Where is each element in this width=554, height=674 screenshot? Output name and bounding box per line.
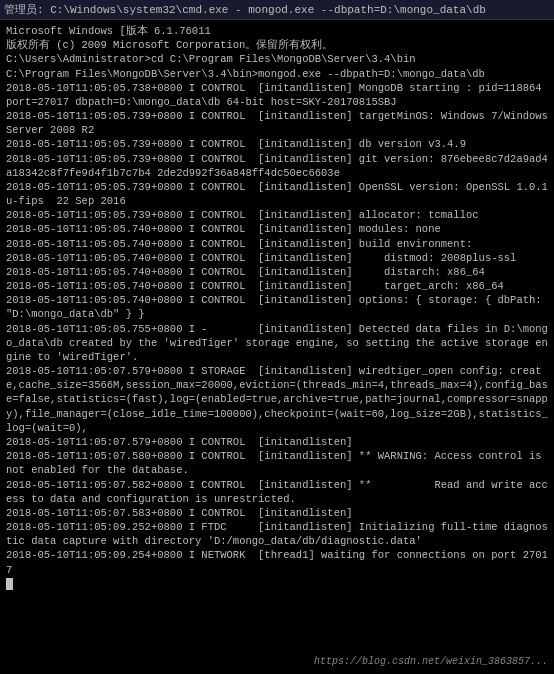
title-text: 管理员: C:\Windows\system32\cmd.exe - mongo… (4, 4, 486, 16)
terminal[interactable]: Microsoft Windows [版本 6.1.76011版权所有 (c) … (0, 20, 554, 674)
terminal-line: 2018-05-10T11:05:09.254+0800 I NETWORK [… (6, 548, 548, 576)
terminal-line: Microsoft Windows [版本 6.1.76011 (6, 24, 548, 38)
terminal-line: 2018-05-10T11:05:05.739+0800 I CONTROL [… (6, 208, 548, 222)
terminal-line: 2018-05-10T11:05:05.740+0800 I CONTROL [… (6, 251, 548, 265)
terminal-line: C:\Program Files\MongoDB\Server\3.4\bin>… (6, 67, 548, 81)
terminal-line: 2018-05-10T11:05:07.579+0800 I STORAGE [… (6, 364, 548, 435)
terminal-line: 2018-05-10T11:05:09.252+0800 I FTDC [ini… (6, 520, 548, 548)
terminal-line: 2018-05-10T11:05:05.740+0800 I CONTROL [… (6, 222, 548, 236)
terminal-line: 2018-05-10T11:05:05.739+0800 I CONTROL [… (6, 180, 548, 208)
terminal-line: 2018-05-10T11:05:07.583+0800 I CONTROL [… (6, 506, 548, 520)
title-bar: 管理员: C:\Windows\system32\cmd.exe - mongo… (0, 0, 554, 20)
terminal-line: 2018-05-10T11:05:05.739+0800 I CONTROL [… (6, 137, 548, 151)
terminal-line: 2018-05-10T11:05:05.740+0800 I CONTROL [… (6, 279, 548, 293)
terminal-line: 2018-05-10T11:05:07.582+0800 I CONTROL [… (6, 478, 548, 506)
terminal-line: 2018-05-10T11:05:05.739+0800 I CONTROL [… (6, 109, 548, 137)
terminal-line: 2018-05-10T11:05:05.739+0800 I CONTROL [… (6, 152, 548, 180)
cursor (6, 578, 13, 590)
terminal-cursor-line (6, 577, 548, 591)
terminal-line: 2018-05-10T11:05:05.740+0800 I CONTROL [… (6, 237, 548, 251)
terminal-line: 2018-05-10T11:05:07.579+0800 I CONTROL [… (6, 435, 548, 449)
watermark: https://blog.csdn.net/weixin_3863857... (314, 655, 548, 669)
terminal-line: C:\Users\Administrator>cd C:\Program Fil… (6, 52, 548, 66)
terminal-line: 版权所有 (c) 2009 Microsoft Corporation。保留所有… (6, 38, 548, 52)
terminal-line: 2018-05-10T11:05:05.755+0800 I - [initan… (6, 322, 548, 365)
terminal-line: 2018-05-10T11:05:07.580+0800 I CONTROL [… (6, 449, 548, 477)
terminal-line: 2018-05-10T11:05:05.740+0800 I CONTROL [… (6, 265, 548, 279)
terminal-line: 2018-05-10T11:05:05.738+0800 I CONTROL [… (6, 81, 548, 109)
terminal-line: 2018-05-10T11:05:05.740+0800 I CONTROL [… (6, 293, 548, 321)
